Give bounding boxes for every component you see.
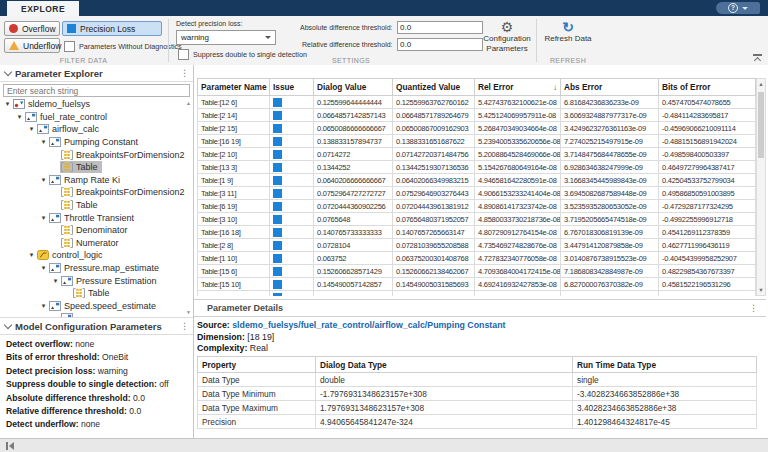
column-header-quantized-value[interactable]: Quantized Value bbox=[393, 79, 475, 96]
tree-item-pressure-estimation[interactable]: ▾Pressure Estimation bbox=[0, 274, 193, 287]
tree-expand-caret[interactable]: ▾ bbox=[39, 212, 48, 224]
collapse-caret-icon[interactable] bbox=[4, 321, 12, 329]
table-row[interactable]: Table:[16 19]0.1388331578947370.13883316… bbox=[198, 135, 756, 148]
panel-menu-icon[interactable]: ⋮ bbox=[180, 69, 189, 78]
table-row[interactable]: Table:[15 6]0.1526066285714290.152606621… bbox=[198, 265, 756, 278]
tree-item-pumping-constant[interactable]: ▾Pumping Constant bbox=[0, 136, 193, 149]
refresh-data-button[interactable]: ↻ Refresh Data bbox=[540, 20, 596, 44]
table-row[interactable]: Table:[16 18]0.1407657333333330.14076572… bbox=[198, 226, 756, 239]
column-header-abs-error[interactable]: Abs Error bbox=[561, 79, 659, 96]
tree-item-numerator[interactable]: Numerator bbox=[0, 237, 193, 250]
tree-item-pressure-map-estimate[interactable]: ▾Pressure.map_estimate bbox=[0, 262, 193, 275]
table-row[interactable]: Table:[2 14]0.06648571428571430.06648571… bbox=[198, 109, 756, 122]
tree-expand-caret[interactable]: ▾ bbox=[3, 98, 12, 110]
table-row[interactable]: Table:[12 6]0.1255996444444440.125599637… bbox=[198, 96, 756, 109]
tree-item-ramp-rate-ki[interactable]: ▾Ramp Rate Ki bbox=[0, 174, 193, 187]
column-header-rel-error[interactable]: Rel Error↓ bbox=[475, 79, 561, 96]
tree-item-airflow-calc[interactable]: ▾airflow_calc bbox=[0, 123, 193, 136]
relative-threshold-input[interactable] bbox=[397, 38, 483, 51]
tree-item-breakpointsfordimension2[interactable]: BreakpointsForDimension2 bbox=[0, 148, 193, 161]
search-input[interactable] bbox=[3, 84, 190, 97]
column-header-parameter-name[interactable]: Parameter Name bbox=[198, 79, 270, 96]
table-cell: 0.12559963762760162 bbox=[393, 96, 475, 109]
table-row-partial[interactable] bbox=[198, 291, 756, 297]
table-cell: 0.0720444360902256 bbox=[314, 200, 393, 213]
table-cell: Table:[15 6] bbox=[198, 265, 270, 278]
table-icon bbox=[61, 162, 73, 172]
tree-item-sldemo-fuelsys[interactable]: ▾sldemo_fuelsys bbox=[0, 98, 193, 111]
detect-precision-loss-dropdown[interactable]: warning bbox=[176, 30, 276, 45]
table-row[interactable]: Table:[13 3]0.13442520.13442519307136536… bbox=[198, 161, 756, 174]
precision-loss-issue-icon bbox=[273, 254, 282, 263]
table-row[interactable]: Table:[1 9]0.06402066666666670.064020663… bbox=[198, 174, 756, 187]
table-cell: 0.1388331651687622 bbox=[393, 135, 475, 148]
underflow-filter-button[interactable]: Underflow bbox=[4, 38, 60, 53]
tree-item-denominator[interactable]: Denominator bbox=[0, 224, 193, 237]
collapse-caret-icon[interactable] bbox=[4, 68, 12, 76]
scroll-up-icon[interactable]: ▲ bbox=[757, 81, 765, 87]
tree-item-table[interactable]: Table bbox=[0, 161, 193, 174]
tree-expand-caret[interactable]: ▾ bbox=[27, 249, 36, 261]
tree-expand-caret[interactable]: ▾ bbox=[39, 174, 48, 186]
tree-expand-caret[interactable]: ▾ bbox=[27, 123, 36, 135]
help-button[interactable]: ? bbox=[716, 2, 760, 14]
tree-expand-caret[interactable]: ▾ bbox=[15, 111, 24, 123]
precision-loss-filter-button[interactable]: Precision Loss bbox=[62, 21, 162, 36]
table-row[interactable]: Table:[2 8]0.07281040.072810396552085884… bbox=[198, 239, 756, 252]
tree-scrollbar[interactable]: ▲▼ bbox=[184, 98, 193, 317]
table-icon bbox=[61, 150, 73, 160]
overflow-filter-button[interactable]: Overflow bbox=[4, 21, 60, 36]
panel-menu-icon[interactable]: ⋮ bbox=[180, 322, 189, 331]
table-row[interactable]: Table:[6 19]0.07204443609022560.07204443… bbox=[198, 200, 756, 213]
source-link[interactable]: sldemo_fuelsys/fuel_rate_control/airflow… bbox=[232, 320, 505, 330]
table-row[interactable]: Table:[2 10]0.07142720.07142720371484756… bbox=[198, 148, 756, 161]
tree-expand-caret[interactable]: ▾ bbox=[39, 300, 48, 312]
config-item-suppress-double-to-single-detection: Suppress double to single detection: off bbox=[6, 378, 187, 391]
tree-expand-caret[interactable]: ▾ bbox=[51, 275, 60, 287]
config-item-detect-overflow: Detect overflow: none bbox=[6, 338, 187, 351]
table-row[interactable]: Table:[1 10]0.0637520.063752003014087684… bbox=[198, 252, 756, 265]
table-cell: 0.0640206666666667 bbox=[314, 174, 393, 187]
scroll-down-icon[interactable]: ▼ bbox=[184, 309, 193, 315]
model-config-header[interactable]: Model Configuration Parameters ⋮ bbox=[0, 317, 193, 335]
complexity-value: Real bbox=[250, 343, 268, 353]
issue-cell bbox=[270, 252, 314, 265]
tree-item-fuel-rate-control[interactable]: ▾fuel_rate_control bbox=[0, 111, 193, 124]
column-header-issue[interactable]: Issue bbox=[270, 79, 314, 96]
panel-menu-icon[interactable]: ⋮ bbox=[749, 303, 758, 313]
table-row[interactable]: Table:[3 11]0.07529647272727270.07529646… bbox=[198, 187, 756, 200]
scroll-down-icon[interactable]: ▼ bbox=[757, 287, 765, 293]
parameter-explorer-header[interactable]: Parameter Explorer ⋮ bbox=[0, 65, 193, 82]
table-row[interactable]: Table:[15 10]0.1454900571428570.14549005… bbox=[198, 278, 756, 291]
filter-data-section-label: FILTER DATA bbox=[0, 57, 167, 64]
tree-expand-caret[interactable]: ▾ bbox=[39, 262, 48, 274]
config-item-detect-underflow: Detect underflow: none bbox=[6, 418, 187, 431]
tab-explore[interactable]: EXPLORE bbox=[7, 1, 79, 16]
tree-item-throttle-transient[interactable]: ▾Throttle Transient bbox=[0, 211, 193, 224]
scroll-up-icon[interactable]: ▲ bbox=[184, 100, 193, 106]
source-row: Source: sldemo_fuelsys/fuel_rate_control… bbox=[197, 320, 505, 332]
tree-expand-caret[interactable]: ▾ bbox=[39, 136, 48, 148]
absolute-threshold-input[interactable] bbox=[397, 21, 483, 34]
tree-item-partial[interactable] bbox=[0, 312, 193, 317]
tree-item-table[interactable]: Table bbox=[0, 287, 193, 300]
table-cell: Table:[3 10] bbox=[198, 213, 270, 226]
tree-item-breakpointsfordimension2[interactable]: BreakpointsForDimension2 bbox=[0, 186, 193, 199]
table-row[interactable]: Table:[2 15]0.06500866666666670.06500867… bbox=[198, 122, 756, 135]
tree-item-table[interactable]: Table bbox=[0, 199, 193, 212]
table-cell: Table:[12 6] bbox=[198, 96, 270, 109]
tree-item-speed-speed-estimate[interactable]: ▾Speed.speed_estimate bbox=[0, 300, 193, 313]
issue-cell bbox=[270, 226, 314, 239]
table-row[interactable]: Table:[3 10]0.07656480.07656480371952057… bbox=[198, 213, 756, 226]
tree-item-control-logic[interactable]: ▾control_logic bbox=[0, 249, 193, 262]
scrollbar-thumb[interactable] bbox=[758, 92, 764, 158]
config-item-absolute-difference-threshold: Absolute difference threshold: 0.0 bbox=[6, 392, 187, 405]
column-header-bits-of-error[interactable]: Bits of Error bbox=[659, 79, 756, 96]
table-cell: 0.4581522196531296 bbox=[659, 278, 756, 291]
configuration-parameters-button[interactable]: ⚙ Configuration Parameters bbox=[480, 20, 534, 53]
params-without-diagnostics-checkbox[interactable]: Parameters Without Diagnostics bbox=[64, 41, 182, 52]
column-header-dialog-value[interactable]: Dialog Value bbox=[314, 79, 393, 96]
collapse-ribbon-button[interactable] bbox=[753, 54, 762, 62]
dock-left-icon[interactable] bbox=[6, 442, 14, 450]
table-scrollbar[interactable]: ▲ ▼ bbox=[756, 78, 766, 296]
